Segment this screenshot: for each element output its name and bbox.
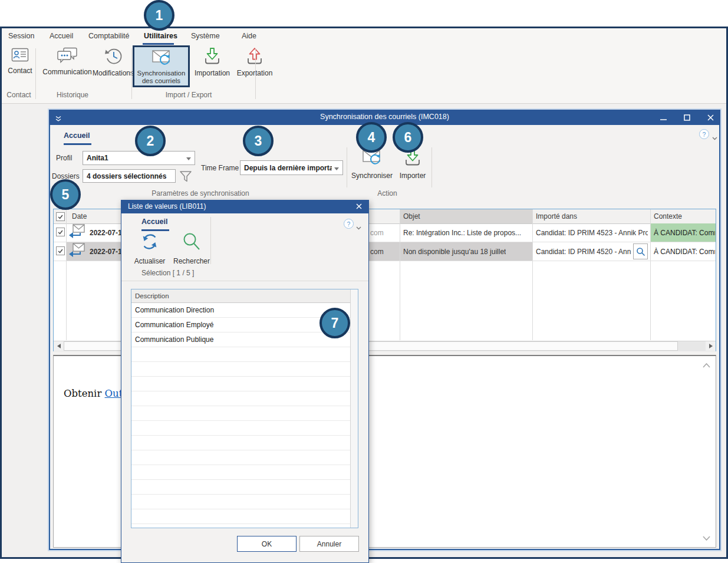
importation-button-label: Importation: [195, 69, 230, 77]
callout-number: 3: [255, 133, 262, 149]
contact-button[interactable]: Contact: [5, 47, 35, 75]
help-icon[interactable]: ?: [699, 129, 709, 139]
mail-reply-icon: [68, 224, 85, 242]
list-item[interactable]: Communication Employé: [131, 318, 350, 332]
contact-card-icon: [11, 47, 29, 64]
table-cell-importe-dans[interactable]: Candidat: ID PRIM 4523 - Annik Pro...: [536, 229, 648, 237]
menu-tab-accueil[interactable]: Accueil: [50, 32, 73, 40]
column-header-description[interactable]: Description: [131, 289, 350, 303]
column-divider: [400, 209, 400, 340]
import-arrow-icon: [203, 47, 221, 67]
list-scrollbar[interactable]: [350, 289, 358, 528]
group-separator: [347, 147, 347, 187]
callout-1: 1: [144, 0, 174, 31]
table-cell-from[interactable]: com: [370, 248, 384, 256]
column-header-contexte[interactable]: Contexte: [654, 212, 682, 220]
sync-emails-ribbon-button[interactable]: Synchronisation des courriels: [133, 45, 190, 87]
profil-combobox[interactable]: Anita1: [83, 151, 195, 165]
select-all-checkbox[interactable]: [56, 212, 65, 221]
filter-icon[interactable]: [179, 169, 193, 183]
scroll-right-icon[interactable]: [706, 341, 716, 351]
importation-button[interactable]: Importation: [191, 47, 233, 77]
callout-6: 6: [393, 122, 423, 153]
speech-bubbles-icon: [57, 47, 78, 65]
active-tab-underline: [64, 143, 91, 145]
close-icon[interactable]: [703, 113, 718, 123]
quick-access-icon[interactable]: [55, 114, 61, 124]
ok-button[interactable]: OK: [237, 536, 297, 552]
exportation-button[interactable]: Exportation: [233, 47, 276, 77]
history-clock-icon: [104, 47, 123, 67]
maximize-button[interactable]: [679, 113, 694, 123]
column-header-date[interactable]: Date: [72, 212, 87, 220]
group-separator: [431, 147, 432, 187]
actualiser-button[interactable]: Actualiser: [131, 232, 169, 265]
table-cell-objet[interactable]: Non disponible jusqu'au 18 juillet: [403, 248, 506, 256]
callout-2: 2: [135, 126, 166, 156]
timeframe-value: Depuis la dernière importation: [244, 164, 332, 172]
callout-number: 5: [62, 187, 70, 203]
timeframe-combobox[interactable]: Depuis la dernière importation: [240, 160, 343, 175]
minimize-button[interactable]: [655, 113, 671, 123]
group-separator: [210, 217, 211, 264]
table-cell-objet[interactable]: Re: Intégration Inc.: Liste de propos...: [403, 229, 521, 237]
active-tab-underline: [141, 229, 169, 231]
lov-title: Liste de valeurs (LIB011): [128, 202, 206, 210]
list-item[interactable]: Communication Publique: [131, 332, 350, 347]
table-cell-importe-dans[interactable]: Candidat: ID PRIM 4520 - Annika Te: [536, 248, 631, 256]
menu-tab-session[interactable]: Session: [8, 32, 34, 40]
group-label-action: Action: [361, 189, 414, 197]
row-checkbox[interactable]: [56, 228, 65, 236]
chevron-down-icon: [334, 164, 339, 172]
group-label-selection: Sélection [ 1 / 5 ]: [141, 269, 194, 277]
tab-accueil[interactable]: Accueil: [64, 131, 90, 140]
scroll-up-icon[interactable]: [703, 360, 710, 370]
modifications-button[interactable]: Modifications: [88, 47, 138, 77]
communication-button[interactable]: Communication: [38, 47, 97, 76]
chevron-down-icon[interactable]: [712, 132, 717, 143]
list-item[interactable]: Communication Direction: [131, 303, 350, 318]
synchroniser-button[interactable]: Synchroniser: [349, 149, 395, 180]
dossiers-value: 4 dossiers sélectionnés: [87, 172, 172, 180]
help-icon[interactable]: ?: [344, 219, 354, 229]
close-icon[interactable]: [353, 201, 365, 212]
chevron-down-icon[interactable]: [356, 222, 361, 232]
table-cell-contexte[interactable]: À CANDIDAT: Comm: [654, 229, 715, 237]
column-header-objet[interactable]: Objet: [403, 212, 420, 220]
tab-accueil[interactable]: Accueil: [141, 218, 167, 226]
sync-mail-icon: [151, 49, 172, 68]
table-cell-from[interactable]: com: [370, 229, 384, 237]
group-label-parametres: Paramètres de synchronisation: [141, 189, 259, 197]
profil-value: Anita1: [87, 154, 184, 162]
scroll-left-icon[interactable]: [54, 341, 64, 351]
actualiser-button-label: Actualiser: [134, 257, 166, 265]
synchroniser-button-label: Synchroniser: [351, 172, 393, 180]
cancel-button[interactable]: Annuler: [299, 536, 359, 552]
scroll-down-icon[interactable]: [703, 532, 710, 543]
menu-tab-aide[interactable]: Aide: [242, 32, 256, 40]
dossiers-field[interactable]: 4 dossiers sélectionnés: [83, 169, 176, 183]
menu-tab-utilitaires[interactable]: Utilitaires: [144, 32, 177, 40]
preview-text-plain: Obtenir: [64, 388, 105, 399]
column-divider: [66, 209, 67, 340]
callout-number: 6: [404, 130, 412, 146]
refresh-icon: [140, 232, 160, 253]
callout-number: 2: [147, 133, 154, 149]
rechercher-button-label: Rechercher: [173, 257, 210, 265]
importer-button-label: Importer: [400, 172, 426, 180]
ribbon-separator: [255, 48, 256, 99]
row-checkbox[interactable]: [56, 246, 65, 255]
ribbon-group-import-export: Import / Export: [160, 91, 217, 99]
menu-tab-comptabilite[interactable]: Comptabilité: [88, 32, 129, 40]
chevron-down-icon: [186, 154, 191, 162]
ribbon-separator: [131, 48, 132, 99]
callout-5: 5: [50, 179, 81, 210]
callout-4: 4: [356, 122, 387, 153]
table-cell-contexte[interactable]: À CANDIDAT: Commu: [654, 248, 715, 256]
menu-tab-systeme[interactable]: Système: [191, 32, 220, 40]
rechercher-button[interactable]: Rechercher: [171, 232, 212, 265]
importer-button[interactable]: Importer: [395, 149, 430, 180]
sync-window-title: Synchronisation des courriels (IMC018): [49, 113, 720, 121]
magnifier-icon[interactable]: [633, 243, 648, 259]
column-header-importe-dans[interactable]: Importé dans: [536, 212, 577, 220]
